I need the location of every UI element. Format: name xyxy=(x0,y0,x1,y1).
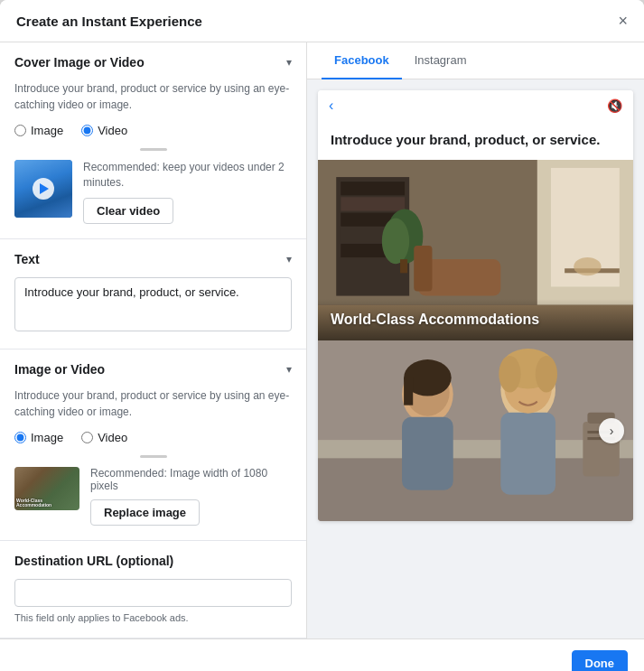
svg-rect-12 xyxy=(414,246,432,292)
text-section: Text ▾ Introduce your brand, product, or… xyxy=(0,239,306,349)
svg-rect-25 xyxy=(404,377,413,405)
destination-section-title: Destination URL (optional) xyxy=(14,554,173,568)
cover-section-header[interactable]: Cover Image or Video ▾ xyxy=(0,42,306,80)
modal-body: Cover Image or Video ▾ Introduce your br… xyxy=(0,42,644,638)
image-section: Image or Video ▾ Introduce your brand, p… xyxy=(0,349,306,541)
cover-video-radio-label[interactable]: Video xyxy=(81,124,127,137)
cover-description: Introduce your brand, product or service… xyxy=(14,80,292,113)
preview-image-2: › xyxy=(318,340,633,521)
text-textarea[interactable]: Introduce your brand, product, or servic… xyxy=(14,277,292,331)
destination-url-input[interactable] xyxy=(14,579,292,607)
image-recommendation-text: Recommended: Image width of 1080 pixels xyxy=(90,467,292,492)
cover-radio-group: Image Video xyxy=(14,124,292,137)
left-panel: Cover Image or Video ▾ Introduce your br… xyxy=(0,42,307,638)
image-section-header[interactable]: Image or Video ▾ xyxy=(0,349,306,387)
svg-rect-27 xyxy=(500,413,555,495)
text-area-wrapper: Introduce your brand, product, or servic… xyxy=(14,277,292,334)
svg-rect-10 xyxy=(400,259,407,273)
cover-section-body: Introduce your brand, product or service… xyxy=(0,80,306,238)
chevron-down-icon: ▾ xyxy=(286,363,292,376)
image-preview-row: World-ClassAccommodation Recommended: Im… xyxy=(14,467,292,526)
image-radio-group: Image Video xyxy=(14,431,292,444)
sound-icon[interactable]: 🔇 xyxy=(607,98,622,113)
video-thumbnail xyxy=(14,160,72,218)
cover-video-radio[interactable] xyxy=(81,125,93,136)
cover-section: Cover Image or Video ▾ Introduce your br… xyxy=(0,42,306,239)
image-section-title: Image or Video xyxy=(14,362,105,377)
preview-phone: ‹ 🔇 Introduce your brand, product, or se… xyxy=(318,90,633,521)
video-info: Recommended: keep your videos under 2 mi… xyxy=(83,160,292,224)
image-info: Recommended: Image width of 1080 pixels … xyxy=(90,467,292,526)
video-preview-row: Recommended: keep your videos under 2 mi… xyxy=(14,160,292,224)
svg-point-16 xyxy=(574,257,601,275)
chevron-down-icon: ▾ xyxy=(286,56,292,69)
image-video-radio[interactable] xyxy=(81,432,93,443)
preview-top-bar: ‹ 🔇 xyxy=(318,90,633,121)
destination-section: Destination URL (optional) This field on… xyxy=(0,541,306,638)
play-icon xyxy=(33,178,54,200)
svg-rect-4 xyxy=(341,197,405,210)
tab-facebook[interactable]: Facebook xyxy=(322,42,402,79)
video-recommendation-text: Recommended: keep your videos under 2 mi… xyxy=(83,160,292,191)
modal-footer: Done xyxy=(0,638,644,671)
tab-instagram[interactable]: Instagram xyxy=(402,42,480,79)
upload-divider xyxy=(14,148,292,151)
svg-rect-3 xyxy=(341,182,405,195)
preview-tabs: Facebook Instagram xyxy=(307,42,644,79)
preview-intro-text: Introduce your brand, product, or servic… xyxy=(318,121,633,160)
image-description: Introduce your brand, product or service… xyxy=(14,387,292,420)
preview-image-overlay: World-Class Accommodations xyxy=(318,299,633,340)
right-panel: Facebook Instagram ‹ 🔇 Introduce your br… xyxy=(307,42,644,638)
modal: Create an Instant Experience × Cover Ima… xyxy=(0,0,644,671)
preview-image-title: World-Class Accommodations xyxy=(331,312,539,327)
svg-point-9 xyxy=(382,219,409,265)
image-image-radio[interactable] xyxy=(14,432,26,443)
modal-title: Create an Instant Experience xyxy=(16,14,202,29)
destination-hint: This field only applies to Facebook ads. xyxy=(14,612,292,623)
cover-section-title: Cover Image or Video xyxy=(14,55,145,70)
svg-point-30 xyxy=(499,356,520,392)
text-section-body: Introduce your brand, product, or servic… xyxy=(0,277,306,349)
back-icon[interactable]: ‹ xyxy=(329,98,333,114)
svg-point-31 xyxy=(536,356,557,392)
cover-image-radio-label[interactable]: Image xyxy=(14,124,63,137)
close-button[interactable]: × xyxy=(618,13,628,29)
upload-divider-2 xyxy=(14,455,292,458)
preview-area: ‹ 🔇 Introduce your brand, product, or se… xyxy=(307,79,644,638)
text-section-title: Text xyxy=(14,252,40,266)
image-thumbnail: World-ClassAccommodation xyxy=(14,467,79,510)
replace-image-button[interactable]: Replace image xyxy=(90,499,200,526)
modal-header: Create an Instant Experience × xyxy=(0,0,644,42)
clear-video-button[interactable]: Clear video xyxy=(83,198,173,224)
text-section-header[interactable]: Text ▾ xyxy=(0,239,306,277)
image-video-radio-label[interactable]: Video xyxy=(81,431,127,444)
done-button[interactable]: Done xyxy=(572,650,629,671)
cover-image-radio[interactable] xyxy=(14,125,26,136)
chevron-down-icon: ▾ xyxy=(286,253,292,266)
image-section-body: Introduce your brand, product or service… xyxy=(0,387,306,540)
svg-rect-22 xyxy=(402,417,453,490)
next-button[interactable]: › xyxy=(599,418,624,443)
destination-section-body: This field only applies to Facebook ads. xyxy=(0,579,306,638)
destination-section-header[interactable]: Destination URL (optional) xyxy=(0,541,306,579)
image-image-radio-label[interactable]: Image xyxy=(14,431,63,444)
preview-image-1: World-Class Accommodations xyxy=(318,160,633,340)
